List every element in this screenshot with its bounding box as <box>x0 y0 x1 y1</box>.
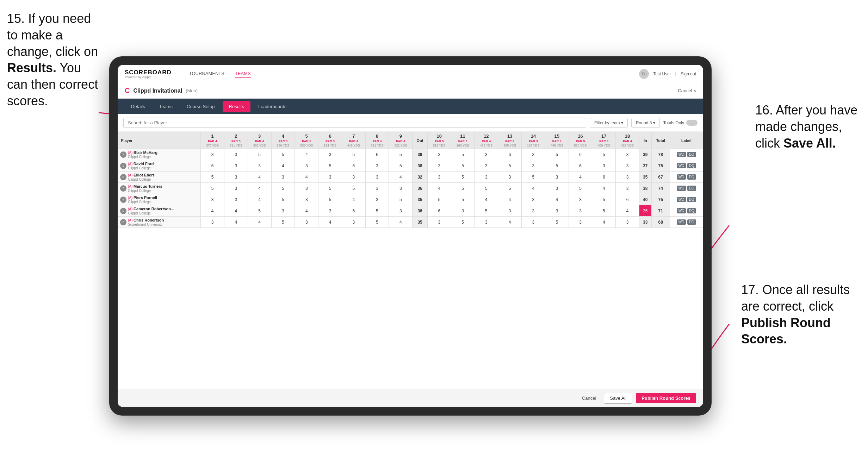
score-back-16[interactable]: 6 <box>569 149 592 160</box>
score-back-12[interactable]: 4 <box>475 194 498 205</box>
score-front-2[interactable]: 4 <box>224 205 248 217</box>
score-front-8[interactable]: 3 <box>365 183 389 194</box>
score-back-12[interactable]: 3 <box>475 149 498 160</box>
score-back-11[interactable]: 5 <box>451 149 475 160</box>
score-front-7[interactable]: 5 <box>342 205 365 217</box>
score-back-15[interactable]: 3 <box>545 172 569 183</box>
score-back-15[interactable]: 3 <box>545 205 569 217</box>
score-back-18[interactable]: 3 <box>616 160 639 172</box>
score-back-13[interactable]: 6 <box>498 149 522 160</box>
score-back-14[interactable]: 4 <box>522 183 545 194</box>
wd-button[interactable]: WD <box>677 163 686 168</box>
score-front-3[interactable]: 3 <box>248 160 271 172</box>
score-front-6[interactable]: 3 <box>318 172 342 183</box>
score-front-8[interactable]: 6 <box>365 149 389 160</box>
score-back-16[interactable]: 3 <box>569 205 592 217</box>
score-front-5[interactable]: 4 <box>295 149 318 160</box>
score-front-4[interactable]: 5 <box>271 149 295 160</box>
score-back-13[interactable]: 3 <box>498 205 522 217</box>
score-back-11[interactable]: 5 <box>451 160 475 172</box>
score-front-5[interactable]: 4 <box>295 205 318 217</box>
wd-button[interactable]: WD <box>677 174 686 180</box>
score-back-12[interactable]: 3 <box>475 160 498 172</box>
score-back-10[interactable]: 6 <box>427 205 451 217</box>
dq-button[interactable]: DQ <box>687 163 696 168</box>
score-back-11[interactable]: 3 <box>451 205 475 217</box>
score-front-6[interactable]: 5 <box>318 160 342 172</box>
score-front-2[interactable]: 3 <box>224 194 248 205</box>
round-selector[interactable]: Round 3 ▾ <box>631 118 660 128</box>
score-back-16[interactable]: 5 <box>569 183 592 194</box>
score-front-9[interactable]: 3 <box>389 183 413 194</box>
score-back-14[interactable]: 3 <box>522 149 545 160</box>
score-back-10[interactable]: 3 <box>427 217 451 228</box>
score-back-14[interactable]: 3 <box>522 160 545 172</box>
score-back-17[interactable]: 3 <box>592 160 616 172</box>
score-front-4[interactable]: 3 <box>271 172 295 183</box>
totals-toggle[interactable]: Totals Only <box>663 120 698 126</box>
score-front-5[interactable]: 3 <box>295 160 318 172</box>
score-back-15[interactable]: 3 <box>545 183 569 194</box>
score-back-11[interactable]: 5 <box>451 183 475 194</box>
score-front-5[interactable]: 3 <box>295 194 318 205</box>
score-front-8[interactable]: 3 <box>365 160 389 172</box>
score-front-8[interactable]: 3 <box>365 194 389 205</box>
score-back-11[interactable]: 5 <box>451 194 475 205</box>
score-front-4[interactable]: 4 <box>271 160 295 172</box>
score-back-14[interactable]: 3 <box>522 194 545 205</box>
score-back-16[interactable]: 3 <box>569 194 592 205</box>
tab-results[interactable]: Results <box>223 101 250 112</box>
score-back-10[interactable]: 3 <box>427 160 451 172</box>
nav-teams[interactable]: TEAMS <box>235 69 251 78</box>
score-front-9[interactable]: 4 <box>389 172 413 183</box>
dq-button[interactable]: DQ <box>687 186 696 191</box>
score-back-10[interactable]: 3 <box>427 172 451 183</box>
score-back-10[interactable]: 3 <box>427 149 451 160</box>
tab-course-setup[interactable]: Course Setup <box>180 101 221 112</box>
score-front-6[interactable]: 5 <box>318 194 342 205</box>
sign-out-link[interactable]: Sign out <box>681 71 696 76</box>
score-front-7[interactable]: 5 <box>342 149 365 160</box>
score-back-15[interactable]: 5 <box>545 160 569 172</box>
dq-button[interactable]: DQ <box>687 174 696 180</box>
score-back-10[interactable]: 4 <box>427 183 451 194</box>
score-back-17[interactable]: 5 <box>592 194 616 205</box>
score-back-18[interactable]: 6 <box>616 194 639 205</box>
score-front-7[interactable]: 4 <box>342 194 365 205</box>
score-front-5[interactable]: 3 <box>295 217 318 228</box>
score-front-3[interactable]: 4 <box>248 183 271 194</box>
score-back-14[interactable]: 3 <box>522 217 545 228</box>
score-back-14[interactable]: 3 <box>522 205 545 217</box>
score-front-9[interactable]: 4 <box>389 217 413 228</box>
score-back-11[interactable]: 5 <box>451 172 475 183</box>
score-back-17[interactable]: 5 <box>592 149 616 160</box>
search-input[interactable] <box>123 118 586 128</box>
score-front-2[interactable]: 3 <box>224 172 248 183</box>
score-back-18[interactable]: 3 <box>616 172 639 183</box>
score-back-17[interactable]: 6 <box>592 172 616 183</box>
score-front-4[interactable]: 3 <box>271 205 295 217</box>
score-front-9[interactable]: 5 <box>389 149 413 160</box>
score-front-1[interactable]: 3 <box>201 194 224 205</box>
score-back-18[interactable]: 3 <box>616 183 639 194</box>
score-back-13[interactable]: 4 <box>498 217 522 228</box>
score-front-4[interactable]: 5 <box>271 194 295 205</box>
dq-button[interactable]: DQ <box>687 197 696 202</box>
dq-button[interactable]: DQ <box>687 152 696 157</box>
score-back-12[interactable]: 5 <box>475 205 498 217</box>
score-back-13[interactable]: 4 <box>498 194 522 205</box>
score-back-10[interactable]: 5 <box>427 194 451 205</box>
nav-tournaments[interactable]: TOURNAMENTS <box>189 69 224 78</box>
score-front-5[interactable]: 3 <box>295 183 318 194</box>
score-front-1[interactable]: 3 <box>201 149 224 160</box>
score-front-9[interactable]: 5 <box>389 160 413 172</box>
dq-button[interactable]: DQ <box>687 219 696 225</box>
tab-leaderboards[interactable]: Leaderboards <box>252 101 293 112</box>
score-back-18[interactable]: 3 <box>616 217 639 228</box>
score-front-9[interactable]: 5 <box>389 194 413 205</box>
wd-button[interactable]: WD <box>677 219 686 225</box>
score-front-3[interactable]: 4 <box>248 172 271 183</box>
cancel-button[interactable]: Cancel <box>578 393 600 403</box>
score-back-12[interactable]: 3 <box>475 217 498 228</box>
score-back-16[interactable]: 6 <box>569 160 592 172</box>
